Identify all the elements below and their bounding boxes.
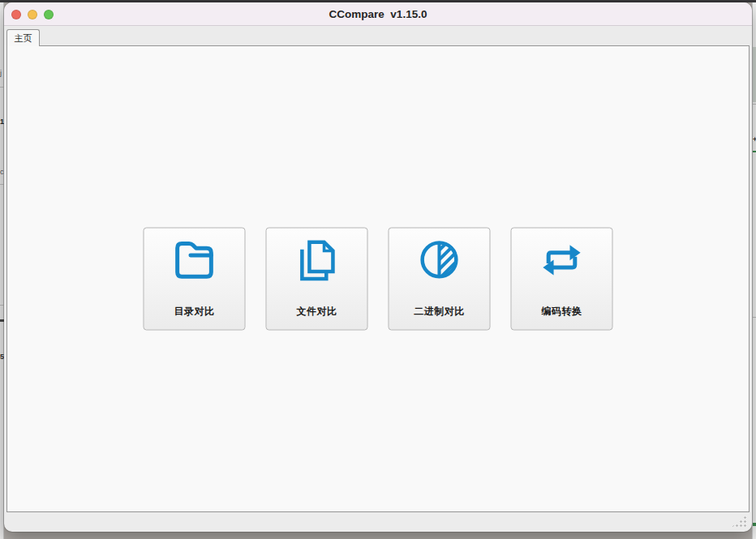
binary-compare-button[interactable]: 二进制对比 [389,228,491,331]
content-pane: 目录对比 文件对比 [6,45,750,512]
background-mark [753,523,756,526]
tab-home[interactable]: 主页 [6,29,40,46]
traffic-lights [11,2,54,26]
action-row: 目录对比 文件对比 [144,228,613,331]
binary-compare-label: 二进制对比 [414,305,465,319]
background-text-fragment: + [753,136,756,143]
folder-icon [171,233,218,285]
binary-half-circle-icon [416,233,463,285]
encoding-convert-label: 编码转换 [542,305,582,319]
repeat-arrows-icon [539,233,586,285]
background-text-fragment: c [0,169,4,176]
minimize-button[interactable] [28,10,37,19]
titlebar: CCompare v1.15.0 [4,2,752,26]
close-button[interactable] [11,10,21,19]
encoding-convert-button[interactable]: 编码转换 [511,228,613,331]
background-block [753,47,756,102]
background-sliver-right: + [752,2,756,539]
background-line [753,317,756,318]
tab-home-label: 主页 [15,32,32,45]
zoom-button[interactable] [44,10,54,19]
directory-compare-label: 目录对比 [174,305,215,319]
resize-grip[interactable] [731,515,746,528]
background-text-fragment: j [0,70,2,77]
documents-icon [294,233,341,285]
file-compare-label: 文件对比 [297,305,337,319]
window-title: CCompare v1.15.0 [329,8,427,20]
directory-compare-button[interactable]: 目录对比 [144,228,246,331]
background-line [753,104,756,105]
background-mark [753,151,756,152]
app-window: CCompare v1.15.0 主页 目录对比 [4,2,752,532]
tab-bar [4,27,752,45]
file-compare-button[interactable]: 文件对比 [266,228,368,331]
